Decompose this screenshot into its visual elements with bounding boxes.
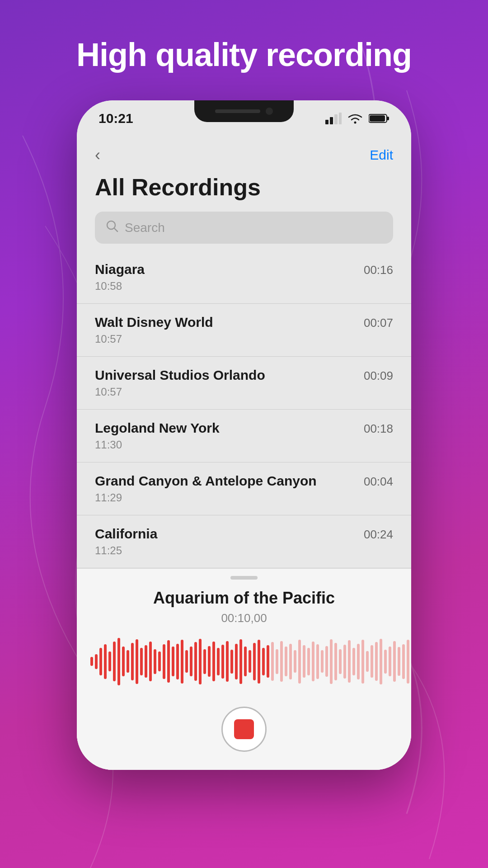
recording-item[interactable]: California 00:24 11:25 (77, 515, 411, 568)
recording-name: Legoland New York (95, 420, 220, 436)
recording-item[interactable]: Walt Disney World 00:07 10:57 (77, 304, 411, 357)
waveform-bar (226, 641, 229, 682)
waveform-bar (239, 639, 242, 684)
recording-duration: 00:07 (364, 316, 393, 330)
waveform-bar (280, 641, 283, 682)
recording-name: Grand Canyon & Antelope Canyon (95, 473, 317, 489)
waveform-bar (122, 646, 125, 676)
edit-button[interactable]: Edit (370, 147, 393, 163)
recording-time: 11:30 (95, 439, 393, 451)
waveform-bar (108, 651, 111, 671)
waveform-bar (361, 640, 364, 684)
waveform-bar (298, 640, 301, 684)
svg-rect-6 (387, 117, 389, 120)
waveform-bar (212, 642, 215, 681)
svg-rect-3 (339, 113, 342, 124)
waveform-bar (140, 648, 143, 675)
battery-icon (369, 113, 389, 124)
phone-frame: 10:21 (77, 100, 411, 770)
waveform[interactable] (90, 634, 398, 689)
waveform-bar (167, 640, 170, 683)
recording-item[interactable]: Universal Studios Orlando 00:09 10:57 (77, 357, 411, 410)
waveform-bar (131, 643, 134, 680)
waveform-bar (325, 646, 328, 677)
waveform-bar (158, 651, 161, 671)
waveform-bar (190, 646, 192, 676)
notch (194, 100, 294, 122)
search-bar[interactable]: Search (95, 212, 393, 244)
waveform-bar (127, 650, 129, 673)
waveform-bar (321, 650, 324, 673)
waveform-bar (398, 647, 400, 676)
waveform-bar (267, 645, 269, 678)
waveform-bar (145, 645, 147, 678)
camera-dot (266, 108, 273, 115)
svg-rect-0 (325, 120, 328, 124)
recording-item[interactable]: Grand Canyon & Antelope Canyon 00:04 11:… (77, 462, 411, 515)
recording-duration: 00:04 (364, 475, 393, 489)
recording-name: Walt Disney World (95, 315, 213, 330)
recording-time: 10:57 (95, 386, 393, 398)
recording-row: Universal Studios Orlando 00:09 (95, 368, 393, 383)
recording-name: Niagara (95, 262, 145, 277)
recording-item[interactable]: Niagara 00:16 10:58 (77, 251, 411, 304)
waveform-bar (181, 640, 183, 684)
recording-time: 10:57 (95, 333, 393, 345)
now-playing-title: Aquarium of the Pacific (153, 589, 335, 608)
waveform-bar (393, 641, 396, 682)
waveform-bar (235, 644, 238, 679)
waveform-bar (343, 645, 346, 679)
waveform-bar (352, 648, 355, 675)
stop-icon (234, 719, 254, 739)
recording-duration: 00:16 (364, 263, 393, 277)
svg-rect-2 (334, 114, 338, 124)
waveform-bar (262, 648, 265, 675)
waveform-bar (154, 649, 156, 674)
waveform-bar (258, 640, 260, 684)
waveform-bar (375, 642, 378, 681)
waveform-bar (90, 657, 93, 666)
waveform-bar (380, 639, 382, 684)
svg-point-4 (354, 122, 357, 124)
waveform-bar (330, 639, 333, 684)
waveform-bar (303, 645, 305, 678)
waveform-bar (249, 650, 251, 673)
waveform-bar (230, 650, 233, 674)
waveform-bar (316, 644, 319, 679)
waveform-bar (384, 650, 387, 674)
recording-item[interactable]: Legoland New York 00:18 11:30 (77, 410, 411, 462)
waveform-container (77, 634, 411, 689)
stop-record-button[interactable] (221, 707, 267, 752)
svg-rect-7 (370, 115, 385, 122)
recording-row: Grand Canyon & Antelope Canyon 00:04 (95, 473, 393, 489)
waveform-bar (334, 643, 337, 680)
waveform-bar (217, 648, 220, 675)
signal-icon (325, 113, 342, 124)
waveform-bar (253, 643, 256, 680)
waveform-bar (172, 646, 174, 676)
back-button[interactable]: ‹ (95, 146, 100, 165)
recording-row: Niagara 00:16 (95, 262, 393, 277)
waveform-bar (136, 639, 138, 684)
recording-duration: 00:09 (364, 369, 393, 383)
drag-handle[interactable] (230, 576, 258, 580)
nav-bar: ‹ Edit (77, 137, 411, 169)
recording-row: Walt Disney World 00:07 (95, 315, 393, 330)
waveform-bar (99, 648, 102, 675)
screen-title: All Recordings (77, 169, 411, 212)
waveform-bar (194, 642, 197, 681)
recordings-list: Niagara 00:16 10:58 Walt Disney World 00… (77, 251, 411, 568)
recording-name: Universal Studios Orlando (95, 368, 265, 383)
recording-duration: 00:18 (364, 422, 393, 436)
waveform-bar (389, 646, 391, 676)
recording-row: Legoland New York 00:18 (95, 420, 393, 436)
waveform-bar (371, 645, 373, 678)
record-button-wrap (77, 699, 411, 770)
waveform-bar (357, 644, 360, 679)
recording-time: 10:58 (95, 280, 393, 292)
waveform-bar (402, 644, 405, 679)
waveform-bar (276, 649, 278, 674)
recording-time: 11:25 (95, 544, 393, 557)
waveform-bar (199, 639, 202, 684)
now-playing-panel: Aquarium of the Pacific 00:10,00 (77, 568, 411, 770)
